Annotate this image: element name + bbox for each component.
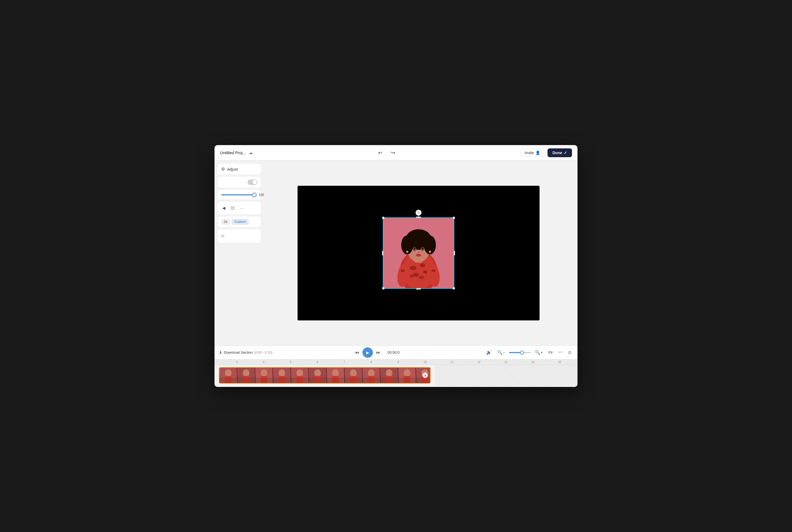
tools-panel: ◀ ⊡ ··· bbox=[218, 202, 261, 214]
ruler-mark-5: 5 bbox=[277, 361, 304, 364]
track-frame-6 bbox=[309, 368, 327, 383]
ruler-mark-9: 9 bbox=[385, 361, 412, 364]
resize-handle-mr[interactable] bbox=[454, 251, 455, 255]
svg-point-19 bbox=[423, 233, 431, 244]
svg-point-25 bbox=[416, 254, 421, 256]
settings-button[interactable]: ⊙ bbox=[566, 349, 573, 356]
fit-button[interactable]: Fit bbox=[547, 349, 554, 356]
track-frames bbox=[219, 368, 431, 383]
svg-rect-54 bbox=[368, 376, 374, 383]
track-frame-9 bbox=[363, 368, 380, 383]
header-center: ↩ ↪ bbox=[376, 149, 398, 157]
svg-point-35 bbox=[261, 369, 267, 377]
redo-button[interactable]: ↪ bbox=[389, 149, 398, 157]
ruler-mark-10: 10 bbox=[412, 361, 439, 364]
svg-rect-48 bbox=[332, 376, 339, 383]
svg-point-6 bbox=[423, 270, 428, 274]
waveform-button[interactable]: 〰 bbox=[556, 349, 564, 356]
cloud-icon: ☁ bbox=[248, 150, 253, 155]
time-range: (0:00 - 0:10) bbox=[254, 350, 272, 355]
extra-value: 80 bbox=[221, 234, 224, 238]
resize-handle-bl[interactable] bbox=[382, 287, 385, 290]
svg-point-8 bbox=[419, 276, 424, 279]
video-subject[interactable]: ↻ bbox=[383, 217, 454, 289]
ruler-mark-12: 12 bbox=[465, 361, 493, 364]
ruler-mark-7: 7 bbox=[331, 361, 358, 364]
track-frame-3 bbox=[255, 368, 273, 383]
timeline-area: 3 4 5 6 7 8 9 10 11 12 13 14 15 bbox=[215, 359, 577, 387]
svg-point-3 bbox=[410, 266, 416, 270]
download-section: ⬇ Download Section (0:00 - 0:10) bbox=[219, 350, 272, 355]
svg-point-23 bbox=[422, 247, 424, 250]
scale-2x-button[interactable]: 2x bbox=[221, 219, 230, 225]
resize-handle-tr[interactable] bbox=[453, 216, 455, 219]
svg-point-12 bbox=[431, 269, 436, 272]
skip-forward-button[interactable]: ⏭ bbox=[375, 349, 382, 356]
main-area: ⚙ Adjust 100% ◀ ⊡ ··· 2x Custom bbox=[215, 160, 577, 345]
track-frame-5 bbox=[291, 368, 309, 383]
svg-point-7 bbox=[410, 274, 414, 277]
skip-back-button[interactable]: ⏮ bbox=[354, 349, 360, 356]
opacity-slider[interactable] bbox=[221, 194, 257, 195]
zoom-out-button[interactable]: 🔍− bbox=[496, 349, 507, 356]
scale-custom-button[interactable]: Custom bbox=[232, 219, 248, 225]
person-image bbox=[383, 218, 454, 288]
svg-point-27 bbox=[429, 251, 431, 253]
undo-button[interactable]: ↩ bbox=[376, 149, 384, 157]
video-canvas: ↻ bbox=[297, 186, 539, 320]
resize-handle-bm[interactable] bbox=[416, 288, 421, 290]
svg-point-59 bbox=[404, 369, 410, 377]
svg-rect-30 bbox=[225, 376, 232, 383]
done-button[interactable]: Done ✓ bbox=[548, 148, 572, 157]
adjust-panel: ⚙ Adjust bbox=[218, 164, 261, 174]
svg-rect-60 bbox=[404, 376, 410, 383]
crop-tool-button[interactable]: ⊡ bbox=[229, 204, 237, 212]
resize-handle-ml[interactable] bbox=[382, 251, 384, 255]
ruler-mark-11: 11 bbox=[439, 361, 465, 364]
svg-point-50 bbox=[350, 369, 357, 377]
resize-handle-tl[interactable] bbox=[382, 216, 385, 219]
extra-panel: 80 bbox=[218, 229, 261, 243]
resize-handle-br[interactable] bbox=[453, 287, 455, 290]
zoom-in-button[interactable]: 🔍+ bbox=[533, 349, 545, 356]
opacity-value: 100% bbox=[259, 193, 264, 197]
track-frame-7 bbox=[327, 368, 344, 383]
svg-rect-51 bbox=[350, 376, 357, 383]
ruler-mark-8: 8 bbox=[358, 361, 385, 364]
ruler-mark-3: 3 bbox=[223, 361, 250, 364]
more-tools-button[interactable]: ··· bbox=[238, 204, 246, 212]
zoom-slider[interactable] bbox=[509, 352, 531, 353]
timeline-grey-area bbox=[435, 365, 577, 386]
rotate-handle[interactable]: ↻ bbox=[416, 210, 422, 216]
sliders-icon: ⚙ bbox=[221, 167, 225, 172]
volume-button[interactable]: 🔊 bbox=[484, 349, 493, 356]
toggle-switch[interactable] bbox=[247, 179, 257, 185]
svg-point-24 bbox=[417, 251, 420, 254]
svg-rect-45 bbox=[314, 376, 321, 383]
svg-point-4 bbox=[420, 263, 425, 267]
ruler-mark-15: 15 bbox=[546, 361, 573, 364]
project-title: Untitled Proj... bbox=[220, 150, 246, 155]
ruler-mark-6: 6 bbox=[304, 361, 331, 364]
svg-point-18 bbox=[406, 233, 415, 244]
svg-point-44 bbox=[314, 369, 321, 377]
track-pause-button[interactable]: ⏸ bbox=[422, 373, 428, 378]
video-track[interactable]: ⏸ bbox=[219, 367, 431, 384]
ruler-mark-14: 14 bbox=[519, 361, 546, 364]
time-display: 00:00:0 bbox=[384, 350, 403, 355]
bottom-bar: ⬇ Download Section (0:00 - 0:10) ⏮ ▶ ⏭ 0… bbox=[215, 345, 577, 387]
resize-handle-tm[interactable] bbox=[416, 216, 421, 218]
play-button[interactable]: ▶ bbox=[363, 347, 373, 358]
invite-button[interactable]: Invite 👤 bbox=[520, 149, 544, 157]
svg-point-26 bbox=[406, 251, 408, 253]
timeline-ruler: 3 4 5 6 7 8 9 10 11 12 13 14 15 bbox=[215, 359, 577, 365]
svg-point-53 bbox=[368, 369, 374, 377]
invite-person-icon: 👤 bbox=[535, 151, 540, 155]
adjust-button[interactable]: ⚙ Adjust bbox=[221, 167, 257, 172]
track-frame-11 bbox=[398, 368, 416, 383]
header-left: Untitled Proj... ☁ bbox=[220, 150, 253, 155]
ruler-mark-4: 4 bbox=[250, 361, 277, 364]
timeline-tracks: ⏸ bbox=[215, 365, 577, 386]
back-tool-button[interactable]: ◀ bbox=[220, 204, 228, 212]
download-label: Download Section bbox=[224, 350, 253, 355]
